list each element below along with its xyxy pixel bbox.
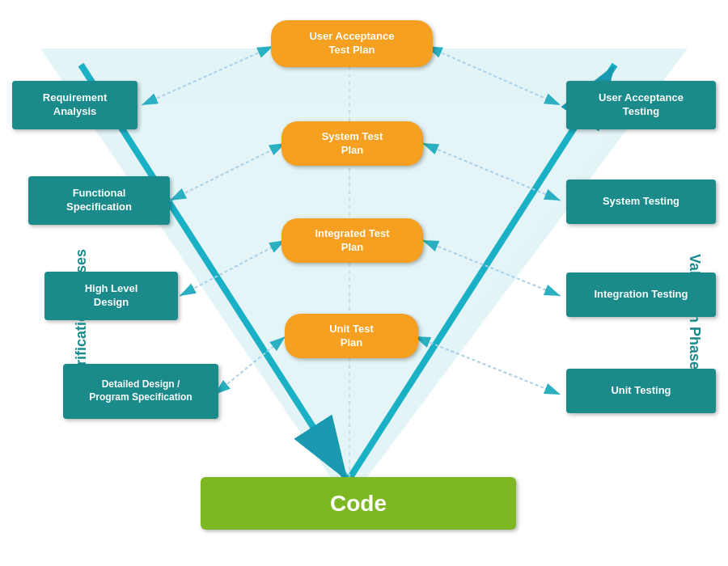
system-test-plan-box: System TestPlan [281,121,423,166]
v-model-diagram: Requirement Analysis FunctionalSpecifica… [0,0,728,566]
system-test-plan-label: System TestPlan [322,130,383,158]
high-level-design-box: High LevelDesign [44,272,178,320]
svg-line-8 [170,143,286,201]
unit-test-plan-label: Unit TestPlan [329,323,374,350]
validation-phases-label: Validation Phases [686,254,703,378]
requirement-analysis-label: Requirement Analysis [22,91,128,119]
svg-line-10 [180,240,286,296]
verification-phases-label: Verification Phases [73,249,90,382]
integration-testing-label: Integration Testing [594,288,688,302]
requirement-analysis-box: Requirement Analysis [12,81,138,129]
integrated-test-plan-label: Integrated TestPlan [315,227,389,255]
svg-line-9 [422,143,561,201]
svg-line-11 [422,240,561,296]
user-acceptance-testing-box: User AcceptanceTesting [566,81,716,129]
user-acceptance-test-plan-box: User AcceptanceTest Plan [271,20,433,67]
svg-line-13 [414,336,561,395]
unit-testing-label: Unit Testing [611,384,671,398]
high-level-design-label: High LevelDesign [85,282,138,310]
unit-test-plan-box: Unit TestPlan [285,314,418,358]
user-acceptance-testing-label: User AcceptanceTesting [599,91,684,119]
system-testing-label: System Testing [603,195,679,209]
functional-spec-box: FunctionalSpecification [28,176,170,225]
user-acceptance-test-plan-label: User AcceptanceTest Plan [309,30,394,57]
system-testing-box: System Testing [566,180,716,224]
code-box: Code [201,477,516,530]
code-label: Code [330,491,387,517]
svg-line-12 [214,336,286,395]
svg-line-7 [426,46,561,105]
functional-spec-label: FunctionalSpecification [66,187,132,214]
svg-line-6 [142,46,273,105]
detailed-design-label: Detailed Design /Program Specification [89,378,192,403]
integrated-test-plan-box: Integrated TestPlan [281,218,423,263]
